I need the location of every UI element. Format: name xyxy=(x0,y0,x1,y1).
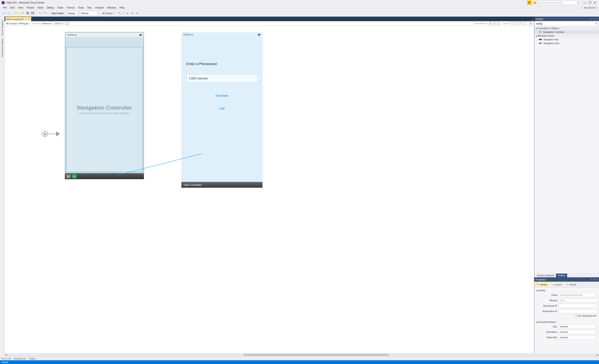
notifications-button[interactable] xyxy=(527,0,532,5)
zoom-in-button[interactable]: + xyxy=(523,22,526,25)
sim-metrics-header[interactable]: ◢Simulated Metrics xyxy=(536,321,597,323)
toolbox-search-input[interactable]: navig ✕ xyxy=(535,21,599,26)
batch-build-button[interactable]: Batch Build... xyxy=(51,12,67,15)
document-outline-tab[interactable]: Document Outline xyxy=(1,37,4,59)
storyboard-id-input[interactable] xyxy=(559,304,597,308)
open-file-button[interactable]: 📂 xyxy=(20,11,25,15)
zoom-out-button[interactable]: − xyxy=(515,22,518,25)
pane-pin-icon[interactable]: ⚲ xyxy=(593,18,595,20)
toolbar-device1-button[interactable]: ▭ xyxy=(125,11,130,15)
toolbar-device2-button[interactable]: ▭ xyxy=(130,11,135,15)
tab-error-list[interactable]: Error List xyxy=(2,357,11,360)
undo-button[interactable]: ↶▾ xyxy=(38,11,43,15)
toolbox-item-navigation-bar[interactable]: Navigation Bar xyxy=(534,38,599,41)
tab-close-icon[interactable]: ✕ xyxy=(28,18,30,21)
pane-close-icon[interactable]: ✕ xyxy=(596,278,598,281)
clear-search-icon[interactable]: ✕ xyxy=(595,22,597,25)
canvas-hscrollbar[interactable]: ◀ ▶ xyxy=(5,353,599,356)
pane-close-icon[interactable]: ✕ xyxy=(596,18,598,20)
storyboard-entry-arrow[interactable]: ▣ xyxy=(42,131,60,137)
start-button[interactable]: ▶Device▾ xyxy=(102,11,115,15)
orientation-toggle[interactable] xyxy=(66,22,69,25)
phoneword-label[interactable]: Enter a Phoneword: xyxy=(186,62,257,66)
menu-format[interactable]: Format xyxy=(65,6,76,10)
toolbox-item-navigation-controller[interactable]: Navigation Controller xyxy=(534,30,599,34)
scroll-left-icon[interactable]: ◀ xyxy=(5,354,8,356)
tab-solution-explorer[interactable]: Solution Explorer xyxy=(535,274,556,277)
toolbox-group-windows-bars[interactable]: ◢ Windows & Bars xyxy=(534,34,599,38)
menu-analyze[interactable]: Analyze xyxy=(93,6,106,10)
minimize-button[interactable]: — xyxy=(582,1,587,5)
tab-breakpoints[interactable]: Breakpoints xyxy=(14,357,26,360)
scene-dock-vc-icon[interactable]: ◧ xyxy=(66,174,71,178)
scroll-thumb[interactable] xyxy=(244,354,389,356)
toolbar-output-button[interactable]: ▦ xyxy=(135,11,140,15)
device-dropdown[interactable]: iPhone 6 xyxy=(42,22,53,25)
menu-debug[interactable]: Debug xyxy=(45,6,55,10)
scene-navigation-controller[interactable]: Carrier ⬙ ▮▮ Navigation Controller Ctrl+… xyxy=(65,32,144,179)
tab-output[interactable]: Output xyxy=(29,357,36,360)
use-storyboard-id-checkbox[interactable]: Use Storyboard ID xyxy=(574,314,597,317)
forward-button[interactable]: ◯ xyxy=(7,11,11,15)
tab-toolbox[interactable]: Toolbox xyxy=(556,274,567,277)
module-input[interactable]: None xyxy=(559,298,597,303)
designer-canvas[interactable]: Carrier ⬙ ▮▮ Navigation Controller Ctrl+… xyxy=(5,26,534,356)
menu-project[interactable]: Project xyxy=(25,6,36,10)
menu-team[interactable]: Team xyxy=(55,6,65,10)
orientation-dropdown[interactable]: Inferred xyxy=(559,330,597,334)
pane-pin-icon[interactable]: ⚲ xyxy=(593,278,595,281)
menu-tools[interactable]: Tools xyxy=(76,6,86,10)
constraint-btn-3[interactable]: ▢ xyxy=(497,22,500,25)
toolbar-app-icon-button[interactable]: 🔧 xyxy=(117,11,122,15)
close-button[interactable]: ✕ xyxy=(592,1,597,5)
class-input[interactable]: UINavigationController xyxy=(559,293,597,297)
pin-icon[interactable]: ⚲ xyxy=(25,18,27,20)
pane-menu-icon[interactable]: ▾ xyxy=(591,18,592,20)
constraint-btn-2[interactable]: ⊡ xyxy=(493,22,496,25)
config-dropdown[interactable]: Debug xyxy=(67,11,79,16)
menu-help[interactable]: Help xyxy=(118,6,126,10)
toolbox-group-controllers[interactable]: ◢ Controllers & Objects xyxy=(534,26,599,30)
call-button[interactable]: Call xyxy=(186,107,257,110)
zoom-100-button[interactable]: □ xyxy=(519,22,522,25)
split-toggle-button[interactable]: ▤ xyxy=(529,22,532,25)
restore-button[interactable]: ❐ xyxy=(587,1,592,5)
document-tab-main-storyboard[interactable]: Main.storyboard* ⚲ ✕ xyxy=(5,17,31,21)
statusbar-dropdown[interactable]: Inferred xyxy=(559,335,597,339)
size-class-selector[interactable]: WCompact HRegular xyxy=(6,22,29,25)
menu-build[interactable]: Build xyxy=(36,6,45,10)
size-dropdown[interactable]: Inferred xyxy=(559,324,597,329)
os-dropdown[interactable]: iOS 9.2 xyxy=(54,22,63,25)
platform-dropdown[interactable]: iPhone xyxy=(80,11,99,16)
scene-view-controller[interactable]: Carrier ⬙ ▮▮ Enter a Phoneword: 1-855-Xa… xyxy=(181,32,263,188)
constraint-btn-1[interactable]: ⊞ xyxy=(489,22,492,25)
prop-tab-widget[interactable]: 🔧Widget xyxy=(534,282,549,287)
pane-menu-icon[interactable]: ▾ xyxy=(591,278,592,281)
scroll-right-icon[interactable]: ▶ xyxy=(596,354,599,356)
prop-tab-layout[interactable]: —Layout xyxy=(549,283,564,287)
menu-test[interactable]: Test xyxy=(86,6,93,10)
back-button[interactable]: ◯▾ xyxy=(1,11,7,15)
save-button[interactable]: 💾 xyxy=(25,11,30,15)
feedback-button[interactable]: 🙂 xyxy=(532,0,537,5)
toolbox-item-navigation-item[interactable]: Navigation Item xyxy=(534,41,599,45)
restoration-id-input[interactable] xyxy=(559,309,597,313)
phoneword-textfield[interactable]: 1-855-Xamarin xyxy=(186,74,257,82)
menu-view[interactable]: View xyxy=(16,6,25,10)
prop-tab-events[interactable]: ⚡Events xyxy=(564,282,578,287)
server-explorer-tab[interactable]: Server Explorer xyxy=(1,18,4,37)
scene-dock-exit-icon[interactable]: ➜ xyxy=(72,174,77,178)
tab-dropdown-icon[interactable]: ▾ xyxy=(532,19,533,21)
menu-edit[interactable]: Edit xyxy=(9,6,16,10)
translate-button[interactable]: Translate xyxy=(186,94,257,97)
save-all-button[interactable]: 💾 xyxy=(30,11,35,15)
identity-section-header[interactable]: ◢Identity xyxy=(536,289,597,292)
view-as-label: VIEW AS xyxy=(32,22,41,25)
quick-launch-input[interactable]: Quick Launch (Ctrl+Q) 🔍 xyxy=(539,1,581,5)
account-button[interactable]: ⚠ Amy Burns ▼ xyxy=(581,6,598,9)
zoom-fit-button[interactable]: ⛶ xyxy=(511,22,514,25)
menu-file[interactable]: File xyxy=(1,6,9,10)
redo-button[interactable]: ↷▾ xyxy=(43,11,48,15)
new-project-button[interactable]: 📁▾ xyxy=(14,11,20,15)
menu-window[interactable]: Window xyxy=(106,6,118,10)
